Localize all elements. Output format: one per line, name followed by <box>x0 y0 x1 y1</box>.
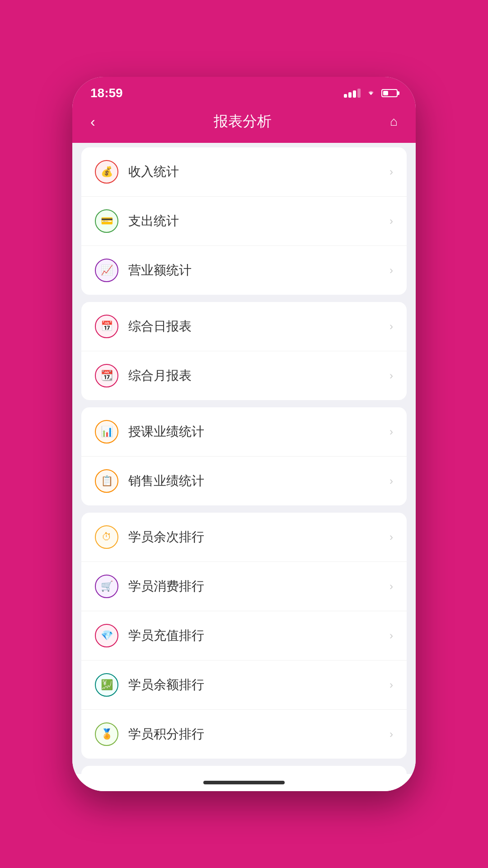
back-button[interactable]: ‹ <box>90 113 95 130</box>
home-bar <box>203 781 285 784</box>
content-area: 💰收入统计›💳支出统计›📈营业额统计›📅综合日报表›📆综合月报表›📊授课业绩统计… <box>72 143 416 774</box>
menu-item-label: 学员积分排行 <box>128 726 389 743</box>
menu-group-1: 📅综合日报表›📆综合月报表› <box>81 302 407 400</box>
signal-icon <box>344 89 361 98</box>
menu-group-3: ⏱学员余次排行›🛒学员消费排行›💎学员充值排行›💹学员余额排行›🏅学员积分排行› <box>81 513 407 759</box>
menu-item-label: 营业额统计 <box>128 262 389 279</box>
chevron-right-icon: › <box>389 320 393 333</box>
chevron-right-icon: › <box>389 629 393 642</box>
menu-item-label: 学员充值排行 <box>128 627 389 644</box>
list-item[interactable]: 📈营业额统计› <box>81 246 407 295</box>
wifi-icon <box>365 87 377 99</box>
chevron-right-icon: › <box>389 531 393 543</box>
chevron-right-icon: › <box>389 425 393 438</box>
chevron-right-icon: › <box>389 165 393 178</box>
chevron-right-icon: › <box>389 728 393 741</box>
status-bar: 18:59 <box>72 77 416 105</box>
status-icons <box>344 87 398 99</box>
chevron-right-icon: › <box>389 580 393 593</box>
list-item[interactable]: 🏅学员积分排行› <box>81 710 407 759</box>
menu-item-icon: 💎 <box>95 624 118 647</box>
menu-item-icon: 📈 <box>95 259 118 282</box>
menu-item-icon: 💹 <box>95 673 118 697</box>
menu-item-icon: 📅 <box>95 315 118 338</box>
menu-item-label: 销售业绩统计 <box>128 472 389 490</box>
list-item[interactable]: 📅综合日报表› <box>81 302 407 351</box>
list-item[interactable]: 💰收入统计› <box>81 147 407 197</box>
list-item[interactable]: 🎁课程充次排行› <box>81 766 407 774</box>
chevron-right-icon: › <box>389 264 393 277</box>
chevron-right-icon: › <box>389 475 393 487</box>
menu-item-icon: 🏅 <box>95 722 118 746</box>
list-item[interactable]: 📊授课业绩统计› <box>81 407 407 457</box>
chevron-right-icon: › <box>389 215 393 227</box>
menu-item-icon: ⏱ <box>95 525 118 549</box>
list-item[interactable]: 📆综合月报表› <box>81 351 407 400</box>
menu-item-icon: 🛒 <box>95 575 118 598</box>
menu-group-0: 💰收入统计›💳支出统计›📈营业额统计› <box>81 147 407 295</box>
status-time: 18:59 <box>90 86 123 100</box>
list-item[interactable]: ⏱学员余次排行› <box>81 513 407 562</box>
home-indicator <box>72 774 416 791</box>
phone-frame: 18:59 ‹ 报表分析 ⌂ 💰收 <box>72 77 416 791</box>
menu-item-icon: 💳 <box>95 209 118 233</box>
menu-item-icon: 📆 <box>95 364 118 387</box>
list-item[interactable]: 📋销售业绩统计› <box>81 457 407 505</box>
chevron-right-icon: › <box>389 369 393 382</box>
menu-item-icon: 📋 <box>95 469 118 493</box>
menu-item-label: 综合日报表 <box>128 318 389 335</box>
list-item[interactable]: 💳支出统计› <box>81 197 407 246</box>
menu-item-label: 学员消费排行 <box>128 578 389 595</box>
list-item[interactable]: 💹学员余额排行› <box>81 660 407 710</box>
nav-bar: ‹ 报表分析 ⌂ <box>72 105 416 143</box>
menu-item-label: 支出统计 <box>128 212 389 230</box>
menu-item-icon: 📊 <box>95 420 118 443</box>
list-item[interactable]: 🛒学员消费排行› <box>81 562 407 611</box>
menu-item-label: 收入统计 <box>128 163 389 180</box>
menu-item-label: 授课业绩统计 <box>128 423 389 440</box>
list-item[interactable]: 💎学员充值排行› <box>81 611 407 660</box>
menu-item-label: 学员余额排行 <box>128 676 389 693</box>
battery-icon <box>381 89 398 97</box>
page-title: 报表分析 <box>214 112 272 132</box>
menu-group-2: 📊授课业绩统计›📋销售业绩统计› <box>81 407 407 505</box>
menu-item-label: 综合月报表 <box>128 367 389 384</box>
home-button[interactable]: ⌂ <box>390 114 398 129</box>
menu-item-label: 学员余次排行 <box>128 528 389 546</box>
chevron-right-icon: › <box>389 679 393 691</box>
menu-item-icon: 💰 <box>95 160 118 184</box>
menu-group-4: 🎁课程充次排行› <box>81 766 407 774</box>
